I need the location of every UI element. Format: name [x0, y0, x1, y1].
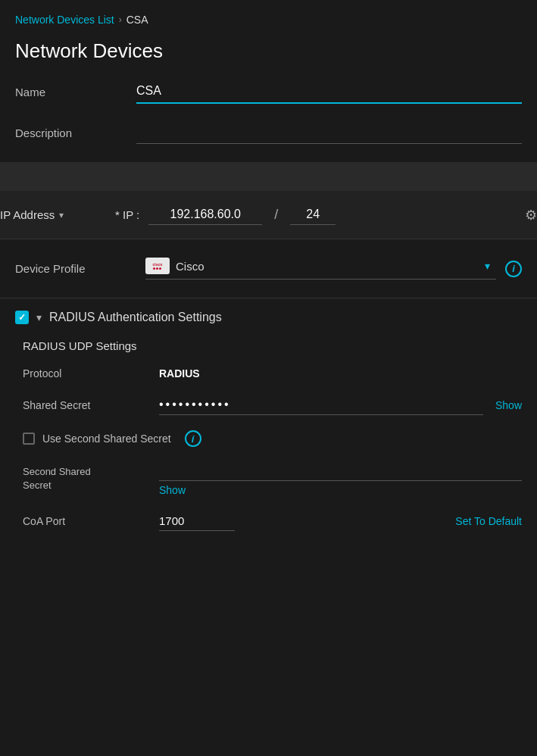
second-secret-checkbox-row: Use Second Shared Secret i: [23, 430, 522, 447]
second-secret-show-button[interactable]: Show: [159, 484, 522, 496]
coa-input[interactable]: [159, 511, 235, 531]
device-profile-info-icon[interactable]: i: [505, 261, 522, 277]
description-label: Description: [15, 122, 136, 139]
breadcrumb-current: CSA: [126, 14, 148, 26]
breadcrumb-link[interactable]: Network Devices List: [15, 14, 114, 26]
ip-label-box: IP Address ▾: [0, 208, 106, 221]
second-secret-checkbox[interactable]: [23, 433, 35, 445]
coa-label: CoA Port: [23, 515, 159, 527]
radius-form: Protocol RADIUS Shared Secret Show Use S…: [15, 367, 522, 531]
second-secret-info-icon[interactable]: i: [185, 430, 201, 447]
protocol-value: RADIUS: [159, 367, 200, 380]
shared-secret-input[interactable]: [159, 395, 483, 415]
device-profile-label: Device Profile: [15, 262, 136, 275]
device-profile-section: Device Profile cisco Cisco ▾ i: [0, 239, 537, 298]
gear-icon[interactable]: ⚙: [525, 207, 537, 223]
name-input[interactable]: [136, 81, 522, 104]
second-secret-row: Second SharedSecret Show: [23, 462, 522, 496]
description-input[interactable]: [136, 122, 522, 144]
coa-port-row: CoA Port Set To Default: [23, 511, 522, 531]
protocol-label: Protocol: [23, 367, 159, 380]
ip-section: IP Address ▾ * IP : / ⚙: [0, 191, 537, 239]
device-profile-select[interactable]: cisco Cisco ▾: [145, 258, 496, 280]
radius-header: ✓ ▾ RADIUS Authentication Settings: [15, 311, 522, 324]
name-row: Name: [15, 81, 522, 104]
shared-secret-row: Shared Secret Show: [23, 395, 522, 415]
protocol-row: Protocol RADIUS: [23, 367, 522, 380]
second-secret-label: Second SharedSecret: [23, 462, 159, 492]
second-secret-input-area: Show: [159, 462, 522, 496]
breadcrumb-separator: ›: [119, 14, 122, 25]
divider-bar: [0, 162, 537, 191]
shared-secret-label: Shared Secret: [23, 399, 159, 411]
ip-mask-input[interactable]: [290, 205, 336, 225]
second-secret-checkbox-label: Use Second Shared Secret: [42, 433, 171, 445]
checkbox-check-icon: ✓: [18, 312, 26, 323]
breadcrumb: Network Devices List › CSA: [0, 0, 537, 33]
second-secret-input[interactable]: [159, 462, 522, 481]
cisco-logo: cisco: [145, 258, 170, 274]
radius-checkbox[interactable]: ✓: [15, 311, 29, 324]
page-title: Network Devices: [0, 33, 537, 81]
ip-address-label: IP Address: [0, 208, 55, 221]
device-profile-chevron: ▾: [485, 260, 490, 272]
ip-row: IP Address ▾ * IP : / ⚙: [0, 191, 537, 239]
radius-section: ✓ ▾ RADIUS Authentication Settings RADIU…: [0, 298, 537, 551]
radius-udp-title: RADIUS UDP Settings: [15, 339, 522, 352]
shared-secret-show-button[interactable]: Show: [495, 399, 522, 411]
ip-input[interactable]: [148, 205, 262, 225]
ip-field-label: * IP :: [115, 208, 139, 221]
ip-chevron-icon[interactable]: ▾: [59, 210, 64, 220]
name-label: Name: [15, 81, 136, 98]
ip-slash: /: [271, 207, 281, 223]
cisco-logo-text: cisco: [153, 263, 163, 270]
set-to-default-button[interactable]: Set To Default: [455, 515, 522, 527]
description-row: Description: [15, 122, 522, 144]
form-section: Name Description: [0, 81, 537, 144]
device-profile-name: Cisco: [176, 260, 485, 273]
radius-collapse-icon[interactable]: ▾: [36, 311, 42, 323]
radius-section-title: RADIUS Authentication Settings: [49, 311, 222, 324]
